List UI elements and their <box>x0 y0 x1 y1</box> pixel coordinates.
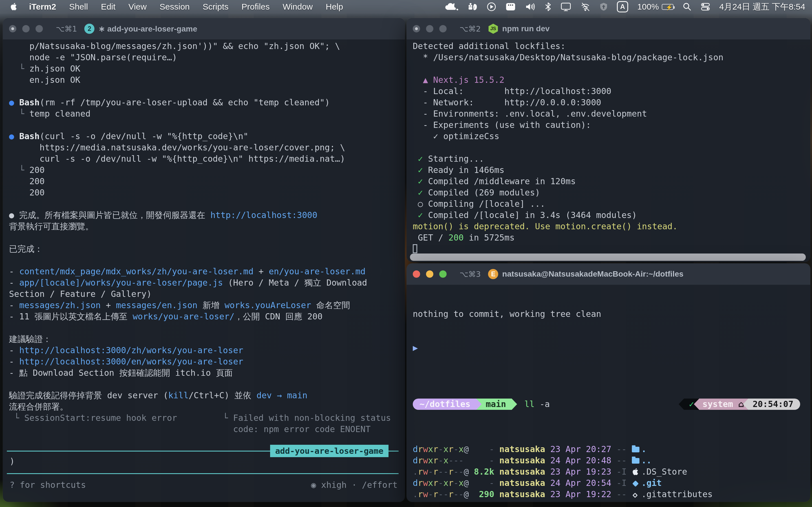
claude-input-prompt[interactable]: ) <box>10 456 15 467</box>
prompt-path-segment: ~/dotfiles <box>413 399 476 410</box>
spotlight-icon[interactable] <box>682 2 692 11</box>
menu-status-area: A 100% ⚡ 4月24日 週五 下午8:54 <box>444 1 805 13</box>
minimize-button[interactable] <box>22 25 30 33</box>
close-button[interactable] <box>413 270 420 278</box>
claude-input-divider-bottom <box>7 473 399 474</box>
apple-icon <box>632 466 642 477</box>
menubar-manager-icon[interactable] <box>505 2 516 11</box>
powerline-separator <box>694 399 699 410</box>
powerline-separator <box>512 399 517 410</box>
window-dotfiles-shell: ⌥⌘3 E natsusaka@NatsusakadeMacBook-Air:~… <box>407 263 810 502</box>
shortcuts-hint: ? for shortcuts <box>10 480 86 491</box>
zoom-button[interactable] <box>36 25 43 33</box>
window-npm-dev: ⌥⌘2 JS npm run dev Detected additional l… <box>407 18 810 262</box>
desktop: iTerm2 Shell Edit View Session Scripts P… <box>0 0 812 507</box>
git-icon <box>632 477 642 489</box>
bluetooth-icon[interactable] <box>545 2 552 11</box>
left-window-titlebar[interactable]: ⌥⌘1 2 ∗ add-you-are-loser-game <box>3 18 405 40</box>
battery-indicator[interactable]: 100% ⚡ <box>637 2 673 11</box>
npm-window-title: npm run dev <box>502 24 550 33</box>
window-shortcut: ⌥⌘1 <box>56 24 77 33</box>
file-row: .rw-r--r--@ 285 natsusaka 23 Apr 20:24 -… <box>413 500 804 502</box>
shield-icon[interactable] <box>599 2 608 11</box>
gitfile-icon <box>632 489 642 500</box>
menu-item-scripts[interactable]: Scripts <box>196 2 235 11</box>
file-name: .git <box>642 478 662 488</box>
git-status-line: nothing to commit, working tree clean <box>413 308 804 320</box>
play-icon[interactable] <box>487 2 496 11</box>
shell-prompt-line[interactable]: ~/dotfilesmain ll -a ✓system ⌂20:54:07 <box>413 399 804 410</box>
minimize-button[interactable] <box>426 25 434 33</box>
menu-item-window[interactable]: Window <box>276 2 319 11</box>
file-listing: drwxr-xr-x@ - natsusaka 23 Apr 20:27 -- … <box>413 444 804 502</box>
horizontal-scrollbar[interactable] <box>410 253 806 261</box>
file-name: .DS_Store <box>642 467 688 476</box>
folder-icon <box>632 455 642 466</box>
control-center-icon[interactable] <box>701 2 710 11</box>
npm-terminal-output: Detected additional lockfiles: * /Users/… <box>407 40 810 255</box>
time-segment: 20:54:07 <box>748 399 801 410</box>
menu-item-shell[interactable]: Shell <box>63 2 94 11</box>
file-name: .gitattributes <box>642 489 713 499</box>
battery-percent: 100% <box>637 2 659 11</box>
effort-indicator: ◉ xhigh · /effort <box>311 480 398 491</box>
menu-item-edit[interactable]: Edit <box>94 2 122 11</box>
file-row: drwxr-x--- - natsusaka 24 Apr 20:48 -- .… <box>413 455 804 466</box>
left-window-controls <box>9 25 43 33</box>
file-row: drwxr-xr-x@ - natsusaka 24 Apr 20:54 -I … <box>413 477 804 489</box>
file-row: .rw-r--r--@ 8.2k natsusaka 23 Apr 19:23 … <box>413 466 804 477</box>
npm-window-titlebar[interactable]: ⌥⌘2 JS npm run dev <box>407 18 810 40</box>
claude-status-bar: ? for shortcuts ◉ xhigh · /effort <box>10 480 398 491</box>
menu-bar: iTerm2 Shell Edit View Session Scripts P… <box>0 0 812 13</box>
powerline-separator <box>679 399 684 410</box>
menu-item-profiles[interactable]: Profiles <box>235 2 276 11</box>
gitfile-icon <box>632 500 642 502</box>
file-name: . <box>642 444 647 454</box>
file-row: drwxr-xr-x@ - natsusaka 23 Apr 20:27 -- … <box>413 444 804 455</box>
session-letter-badge: E <box>488 269 498 279</box>
nodejs-icon: JS <box>488 24 498 34</box>
volume-icon[interactable] <box>525 2 536 11</box>
menu-clock[interactable]: 4月24日 週五 下午8:54 <box>719 1 805 13</box>
runcat-icon[interactable] <box>444 2 458 11</box>
window-shortcut: ⌥⌘3 <box>460 270 481 279</box>
wifi-off-icon[interactable] <box>580 2 591 11</box>
zoom-button[interactable] <box>439 270 447 278</box>
menu-item-session[interactable]: Session <box>153 2 196 11</box>
menu-item-view[interactable]: View <box>122 2 153 11</box>
window-claude-session: ⌥⌘1 2 ∗ add-you-are-loser-game p/Natsusa… <box>3 18 405 502</box>
prompt-marker: ▶ <box>413 342 804 353</box>
shell-window-controls <box>413 270 447 278</box>
display-icon[interactable] <box>560 2 571 11</box>
claude-session-badge: add-you-are-loser-game <box>270 445 389 457</box>
typed-command[interactable]: ll -a <box>524 399 550 410</box>
powerline-separator <box>743 399 748 410</box>
tab-number-badge: 2 <box>84 24 94 34</box>
file-name: .. <box>642 455 652 465</box>
leaf-stack-icon[interactable] <box>467 2 477 11</box>
menu-item-help[interactable]: Help <box>319 2 350 11</box>
shell-window-title: natsusaka@NatsusakadeMacBook-Air:~/dotfi… <box>502 270 683 279</box>
battery-icon: ⚡ <box>662 4 673 10</box>
powerline-separator <box>476 399 481 410</box>
folder-icon <box>632 444 642 455</box>
claude-terminal-output: p/Natsusaka-blog/messages/zh.json'))" &&… <box>3 40 405 435</box>
shell-terminal-output: nothing to commit, working tree clean ▶ … <box>407 285 810 502</box>
prompt-right-status: ✓system ⌂20:54:07 <box>679 399 800 410</box>
window-shortcut: ⌥⌘2 <box>460 24 481 33</box>
file-name: .gitignore <box>642 501 693 502</box>
close-button[interactable] <box>9 25 16 33</box>
file-row: .rw-r--r--@ 290 natsusaka 23 Apr 19:22 -… <box>413 489 804 500</box>
shell-window-titlebar[interactable]: ⌥⌘3 E natsusaka@NatsusakadeMacBook-Air:~… <box>407 263 810 285</box>
close-button[interactable] <box>413 25 420 33</box>
menu-left: iTerm2 Shell Edit View Session Scripts P… <box>7 2 350 11</box>
apple-menu-icon[interactable] <box>10 3 17 11</box>
zoom-button[interactable] <box>439 25 447 33</box>
minimize-button[interactable] <box>426 270 434 278</box>
npm-window-controls <box>413 25 447 33</box>
left-window-title: ∗ add-you-are-loser-game <box>98 24 197 34</box>
menu-item-iterm2[interactable]: iTerm2 <box>22 2 63 11</box>
host-segment: system ⌂ <box>699 399 748 410</box>
input-source-badge[interactable]: A <box>617 1 628 12</box>
